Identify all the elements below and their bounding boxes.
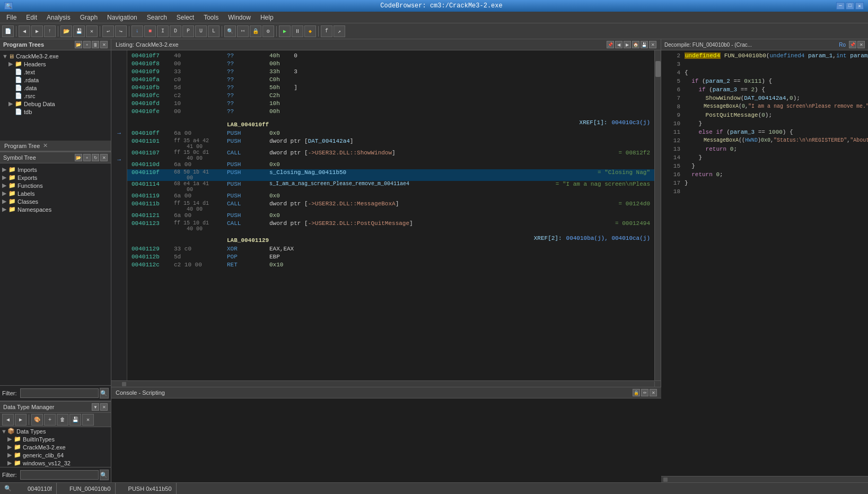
tb-step[interactable]: D — [170, 25, 181, 37]
dtm-item-crackme[interactable]: ▶ 📁 CrackMe3-2.exe — [0, 443, 111, 451]
tree-item-namespaces[interactable]: ▶ 📁 Namespaces — [1, 205, 110, 213]
hscroll-right-btn[interactable] — [654, 382, 661, 387]
st-refresh-btn[interactable]: ↻ — [92, 154, 99, 161]
pt-close-btn[interactable]: ✕ — [100, 41, 108, 48]
hscroll-thumb[interactable] — [122, 382, 126, 386]
tb-stop[interactable]: ■ — [144, 25, 156, 37]
tb-new[interactable]: 📄 — [2, 25, 14, 37]
dtm-back-btn[interactable]: ◀ — [2, 414, 14, 426]
tb-step3[interactable]: ↗ — [334, 25, 345, 37]
pt-open-btn[interactable]: 📂 — [75, 41, 82, 48]
tb-open[interactable]: 📂 — [60, 25, 72, 37]
tb-back[interactable]: ◀ — [19, 25, 30, 37]
tree-item-headers[interactable]: ▶ 📁 Headers — [1, 60, 110, 68]
tb-save[interactable]: 💾 — [73, 25, 85, 37]
tree-item-functions[interactable]: ▶ 📁 Functions — [1, 181, 110, 189]
symbol-filter-input[interactable] — [20, 388, 99, 398]
program-tree-tab-close[interactable]: ✕ — [43, 142, 48, 149]
menu-navigation[interactable]: Navigation — [103, 13, 142, 22]
listing-nav-btn[interactable]: ◀ — [615, 41, 622, 48]
tree-item-data[interactable]: 📄 .data — [1, 84, 110, 92]
listing-close-btn[interactable]: ✕ — [649, 41, 656, 48]
tree-item-classes[interactable]: ▶ 📁 Classes — [1, 197, 110, 205]
tree-item-rdata[interactable]: 📄 .rdata — [1, 76, 110, 84]
program-tree-tab[interactable]: Program Tree ✕ — [0, 141, 111, 151]
pt-del-btn[interactable]: 🗑 — [92, 41, 99, 48]
tb-redo[interactable]: ↪ — [115, 25, 127, 37]
menu-window[interactable]: Window — [224, 13, 255, 22]
console-close-btn[interactable]: ✕ — [650, 389, 657, 396]
dtm-del-btn[interactable]: 🗑 — [57, 414, 68, 426]
dtm-item-datatypes[interactable]: ▼ 📦 Data Types — [0, 427, 111, 435]
tree-item-tdb[interactable]: 📄 tdb — [1, 108, 110, 116]
tb-undo[interactable]: ↩ — [102, 25, 114, 37]
dtm-expand-btn[interactable]: ▼ — [92, 403, 99, 411]
tb-run[interactable]: I — [157, 25, 169, 37]
tree-item-root[interactable]: ▼ 🖥 CrackMe3-2.exe — [1, 53, 110, 60]
tb-lock[interactable]: 🔒 — [250, 25, 261, 37]
decompiler-content[interactable]: 2 undefined4 FUN_004010b0(undefined4 par… — [661, 50, 868, 476]
tb-play[interactable]: ▶ — [279, 25, 291, 37]
tb-pause[interactable]: ⏸ — [292, 25, 303, 37]
tb-search[interactable]: 🔍 — [224, 25, 236, 37]
menu-analysis[interactable]: Analysis — [42, 13, 75, 22]
console-edit-btn[interactable]: ✏ — [641, 389, 648, 396]
listing-scrollbar[interactable] — [654, 50, 661, 380]
menu-tools[interactable]: Tools — [199, 13, 223, 22]
dtm-close2-btn[interactable]: ✕ — [82, 414, 94, 426]
maximize-btn[interactable]: □ — [846, 2, 854, 10]
st-add-btn[interactable]: + — [83, 154, 91, 161]
tree-item-imports[interactable]: ▶ 📁 Imports — [1, 166, 110, 174]
dtm-item-generic[interactable]: ▶ 📁 generic_clib_64 — [0, 451, 111, 459]
menu-file[interactable]: File — [2, 13, 21, 22]
listing-content[interactable]: 004010f7 40 ?? 40h 0 004010f8 00 ?? 00h … — [127, 50, 654, 380]
tb-down-arrow[interactable]: ↓ — [131, 25, 143, 37]
dtm-color-btn[interactable]: 🎨 — [31, 414, 43, 426]
scrollbar-thumb[interactable] — [655, 61, 661, 77]
pt-add-btn[interactable]: + — [83, 41, 91, 48]
dtm-add-btn[interactable]: + — [44, 414, 56, 426]
listing-hscrollbar[interactable] — [111, 380, 661, 387]
decompiler-hscrollbar[interactable] — [661, 476, 868, 482]
tb-bookmark[interactable]: ⑅ — [237, 25, 249, 37]
dtm-item-windows[interactable]: ▶ 📁 windows_vs12_32 — [0, 459, 111, 467]
dtm-close-btn[interactable]: ✕ — [100, 403, 108, 411]
tree-item-labels[interactable]: ▶ 📁 Labels — [1, 189, 110, 197]
tb-func[interactable]: f — [321, 25, 332, 37]
tree-item-exports[interactable]: ▶ 📁 Exports — [1, 174, 110, 181]
listing-home-btn[interactable]: 🏠 — [632, 41, 639, 48]
menu-help[interactable]: Help — [256, 13, 278, 22]
tb-close[interactable]: ✕ — [86, 25, 98, 37]
decompiler-hscroll-thumb[interactable] — [663, 478, 668, 482]
dtm-filter-btn[interactable]: 🔍 — [100, 470, 109, 480]
dtm-item-builtintypes[interactable]: ▶ 📁 BuiltInTypes — [0, 435, 111, 443]
tree-item-debugdata[interactable]: ▶ 📁 Debug Data — [1, 100, 110, 108]
minimize-btn[interactable]: ─ — [836, 2, 845, 10]
dtm-fwd-btn[interactable]: ▶ — [15, 414, 27, 426]
listing-nav2-btn[interactable]: ▶ — [624, 41, 631, 48]
filter-search-btn[interactable]: 🔍 — [100, 388, 109, 398]
menu-graph[interactable]: Graph — [76, 13, 102, 22]
st-open-btn[interactable]: 📂 — [75, 154, 82, 161]
tree-item-text[interactable]: 📄 .text — [1, 68, 110, 76]
console-lock-btn[interactable]: 🔒 — [633, 389, 640, 396]
menu-select[interactable]: Select — [172, 13, 198, 22]
dtm-filter-input[interactable] — [20, 470, 99, 480]
tb-cfg[interactable]: ⚙ — [262, 25, 274, 37]
tb-fwd[interactable]: ▶ — [31, 25, 43, 37]
menu-edit[interactable]: Edit — [22, 13, 41, 22]
decompiler-snap-btn[interactable]: 📌 — [849, 41, 856, 48]
close-btn[interactable]: ✕ — [855, 2, 864, 10]
menu-search[interactable]: Search — [143, 13, 171, 22]
decompiler-close-btn[interactable]: ✕ — [857, 41, 865, 48]
dtm-save-btn[interactable]: 💾 — [69, 414, 81, 426]
st-close-btn[interactable]: ✕ — [100, 154, 108, 161]
tb-ret[interactable]: U — [195, 25, 207, 37]
listing-snap-btn[interactable]: 📌 — [607, 41, 614, 48]
tb-flag[interactable]: L — [208, 25, 220, 37]
tree-item-rsrc[interactable]: 📄 .rsrc — [1, 92, 110, 100]
tb-diamond[interactable]: ◆ — [304, 25, 316, 37]
tb-up[interactable]: ↑ — [44, 25, 56, 37]
listing-save-btn[interactable]: 💾 — [641, 41, 648, 48]
tb-step2[interactable]: P — [182, 25, 194, 37]
